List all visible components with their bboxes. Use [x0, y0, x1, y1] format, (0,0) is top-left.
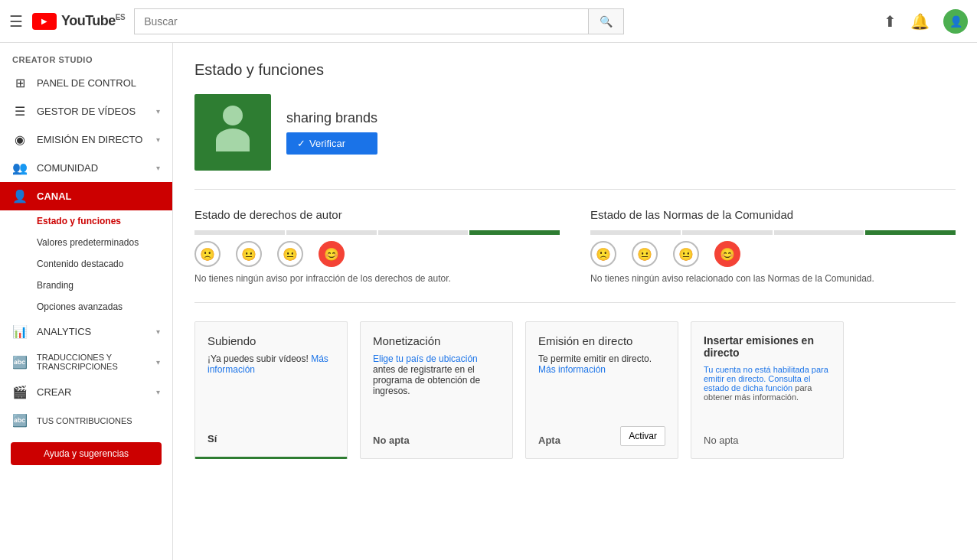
insertar-status: No apta — [704, 435, 831, 446]
monetizacion-link[interactable]: Elige tu país de ubicación — [373, 353, 478, 364]
search-input[interactable] — [135, 9, 588, 34]
main-layout: CREATOR STUDIO ⊞ PANEL DE CONTROL ☰ GEST… — [0, 43, 977, 560]
sidebar-item-label: COMUNIDAD — [37, 162, 147, 174]
content-area: Estado y funciones sharing brands ✓ Veri… — [173, 43, 977, 560]
avatar[interactable]: 👤 — [943, 9, 968, 34]
community-message: No tienes ningún aviso relacionado con l… — [590, 273, 956, 284]
activar-button[interactable]: Activar — [620, 426, 665, 446]
prog-seg-active — [469, 230, 560, 235]
upload-icon[interactable]: ⬆ — [884, 12, 897, 31]
sidebar-subitem-branding[interactable]: Branding — [0, 275, 172, 296]
sidebar-item-contribuciones[interactable]: 🔤 TUS CONTRIBUCIONES — [0, 406, 172, 435]
panel-icon: ⊞ — [12, 76, 28, 90]
sidebar-item-canal[interactable]: 👤 CANAL — [0, 182, 172, 210]
happy-face: 😊 — [319, 241, 345, 267]
sidebar-item-crear[interactable]: 🎬 CREAR ▾ — [0, 378, 172, 406]
channel-avatar — [194, 94, 271, 171]
youtube-logo-icon — [32, 13, 57, 30]
prog-seg-1 — [590, 230, 681, 235]
help-button[interactable]: Ayuda y sugerencias — [11, 442, 162, 465]
sidebar-subitem-opciones[interactable]: Opciones avanzadas — [0, 296, 172, 317]
sidebar-item-label: PANEL DE CONTROL — [37, 77, 160, 89]
chevron-down-icon: ▾ — [156, 107, 160, 116]
copyright-faces: 🙁 😐 😐 😊 — [194, 241, 560, 267]
sidebar-item-label: EMISIÓN EN DIRECTO — [37, 134, 147, 145]
copyright-status-block: Estado de derechos de autor 🙁 😐 😐 😊 No t… — [194, 208, 560, 284]
subiendo-desc: ¡Ya puedes subir vídeos! Más información — [207, 353, 335, 375]
community-status-block: Estado de las Normas de la Comunidad 🙁 😐… — [590, 208, 956, 284]
emision-icon: ◉ — [12, 132, 28, 147]
community-title: Estado de las Normas de la Comunidad — [590, 208, 956, 221]
search-button[interactable]: 🔍 — [588, 9, 623, 34]
insertar-title: Insertar emisiones en directo — [704, 334, 831, 359]
subiendo-title: Subiendo — [207, 334, 335, 347]
sidebar-item-comunidad[interactable]: 👥 COMUNIDAD ▾ — [0, 154, 172, 182]
sad-face-1: 🙁 — [194, 241, 221, 267]
profile-section: sharing brands ✓ Verificar — [194, 94, 956, 190]
status-row: Estado de derechos de autor 🙁 😐 😐 😊 No t… — [194, 208, 956, 303]
community-progress-bar — [590, 230, 956, 235]
emision-link[interactable]: Más información — [538, 364, 606, 375]
topbar-right: ⬆ 🔔 👤 — [884, 9, 968, 34]
emision-title: Emisión en directo — [538, 334, 665, 347]
chevron-down-icon: ▾ — [156, 358, 160, 366]
chevron-down-icon: ▾ — [156, 164, 160, 172]
sidebar-item-label: CANAL — [37, 190, 160, 202]
feature-cards: Subiendo ¡Ya puedes subir vídeos! Más in… — [194, 321, 956, 459]
hamburger-icon[interactable]: ☰ — [9, 12, 23, 31]
chevron-down-icon: ▾ — [156, 388, 160, 396]
avatar-head — [223, 106, 243, 125]
verify-button[interactable]: ✓ Verificar — [286, 132, 377, 155]
neutral-face-1: 😐 — [236, 241, 262, 267]
monetizacion-desc: Elige tu país de ubicación antes de regi… — [373, 353, 500, 396]
sidebar-item-gestor[interactable]: ☰ GESTOR DE VÍDEOS ▾ — [0, 97, 172, 125]
sidebar-item-panel[interactable]: ⊞ PANEL DE CONTROL — [0, 69, 172, 97]
page-title: Estado y funciones — [194, 61, 956, 79]
monetizacion-status: No apta — [373, 435, 500, 446]
sidebar-item-label: ANALYTICS — [37, 326, 147, 337]
chevron-down-icon: ▾ — [156, 327, 160, 336]
sidebar-subitem-contenido[interactable]: Contenido destacado — [0, 253, 172, 275]
happy-face-2: 😊 — [714, 241, 740, 267]
crear-icon: 🎬 — [12, 385, 28, 399]
profile-info: sharing brands ✓ Verificar — [286, 110, 377, 155]
emision-status: Apta — [538, 435, 560, 446]
sidebar-section-title: CREATOR STUDIO — [0, 43, 172, 69]
neutral-face-2: 😐 — [277, 241, 303, 267]
community-faces: 🙁 😐 😐 😊 — [590, 241, 956, 267]
insertar-card: Insertar emisiones en directo Tu cuenta … — [691, 321, 844, 459]
gestor-icon: ☰ — [12, 104, 28, 119]
comunidad-icon: 👥 — [12, 161, 28, 175]
sidebar-item-label: TRADUCCIONES Y TRANSCRIPCIONES — [37, 353, 147, 371]
prog-seg-1 — [194, 230, 285, 235]
prog-seg-2 — [286, 230, 377, 235]
emision-card: Emisión en directo Te permite emitir en … — [525, 321, 678, 459]
sidebar-item-emision[interactable]: ◉ EMISIÓN EN DIRECTO ▾ — [0, 125, 172, 154]
sidebar-item-traducciones[interactable]: 🔤 TRADUCCIONES Y TRANSCRIPCIONES ▾ — [0, 346, 172, 378]
copyright-title: Estado de derechos de autor — [194, 208, 560, 221]
sidebar-subitem-valores[interactable]: Valores predeterminados — [0, 232, 172, 253]
notifications-icon[interactable]: 🔔 — [910, 12, 930, 31]
sidebar: CREATOR STUDIO ⊞ PANEL DE CONTROL ☰ GEST… — [0, 43, 173, 560]
channel-name: sharing brands — [286, 110, 377, 126]
neutral-face-3: 😐 — [632, 241, 658, 267]
emision-footer: Apta Activar — [538, 425, 665, 446]
chevron-down-icon: ▾ — [156, 135, 160, 144]
logo: YouTubeES — [32, 13, 125, 30]
sidebar-item-label: TUS CONTRIBUCIONES — [37, 416, 160, 425]
monetizacion-card: Monetización Elige tu país de ubicación … — [360, 321, 513, 459]
monetizacion-title: Monetización — [373, 334, 500, 347]
sidebar-item-label: CREAR — [37, 386, 147, 398]
sidebar-item-analytics[interactable]: 📊 ANALYTICS ▾ — [0, 317, 172, 346]
subiendo-card: Subiendo ¡Ya puedes subir vídeos! Más in… — [194, 321, 348, 459]
search-bar: 🔍 — [134, 8, 624, 34]
traducciones-icon: 🔤 — [12, 355, 28, 370]
sidebar-subitem-estado[interactable]: Estado y funciones — [0, 210, 172, 232]
avatar-body — [216, 129, 250, 151]
analytics-icon: 📊 — [12, 324, 28, 339]
topbar: ☰ YouTubeES 🔍 ⬆ 🔔 👤 — [0, 0, 977, 43]
canal-icon: 👤 — [12, 189, 28, 203]
copyright-progress-bar — [194, 230, 560, 235]
avatar-figure — [206, 106, 260, 159]
contribuciones-icon: 🔤 — [12, 413, 28, 428]
